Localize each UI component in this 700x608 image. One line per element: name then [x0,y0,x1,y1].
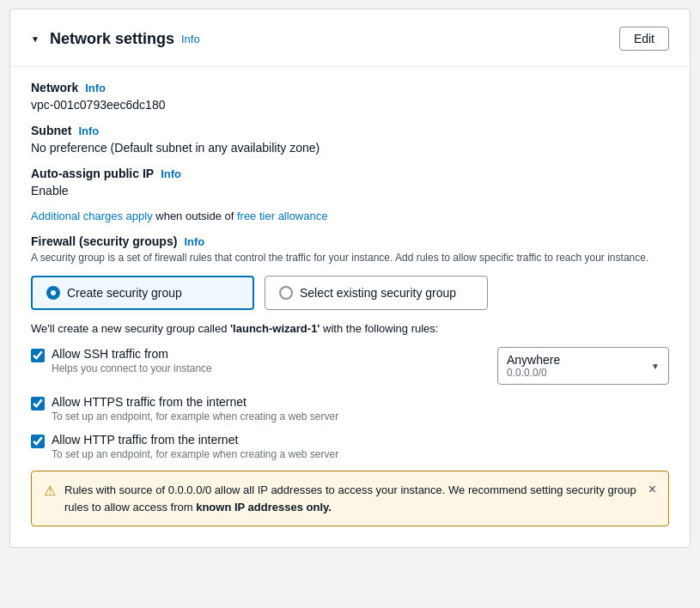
subnet-label: Subnet [31,124,71,137]
warning-close-button[interactable]: × [648,482,656,497]
create-radio-label: Create security group [67,286,182,300]
warning-icon: ⚠ [44,483,56,499]
subnet-field: Subnet Info No preference (Default subne… [31,124,669,155]
https-sublabel: To set up an endpoint, for example when … [52,410,669,423]
network-value: vpc-001c0793eec6dc180 [31,98,669,112]
https-checkbox-row: Allow HTTPS traffic from the internet To… [31,395,669,423]
new-sg-suffix: with the following rules: [320,322,438,335]
network-field: Network Info vpc-001c0793eec6dc180 [31,81,669,112]
charges-middle: when outside of [153,210,237,222]
auto-assign-label-row: Auto-assign public IP Info [31,167,669,180]
subnet-value: No preference (Default subnet in any ava… [31,141,669,155]
https-label: Allow HTTPS traffic from the internet [52,395,669,409]
select-existing-security-group-option[interactable]: Select existing security group [265,276,488,310]
ssh-checkbox[interactable] [31,349,45,362]
firewall-label: Firewall (security groups) [31,234,177,248]
create-radio-circle [46,286,60,300]
network-settings-panel: ▼ Network settings Info Edit Network Inf… [9,9,691,548]
ssh-dropdown-sub: 0.0.0.0/0 [507,367,648,379]
collapse-icon[interactable]: ▼ [31,34,40,44]
ssh-checkbox-row: Allow SSH traffic from Helps you connect… [31,347,669,385]
existing-radio-circle [279,286,293,300]
new-sg-prefix: We'll create a new security group called [31,322,230,335]
firewall-info-link[interactable]: Info [184,235,204,248]
dropdown-arrow-icon: ▼ [651,362,660,371]
auto-assign-info-link[interactable]: Info [161,167,181,180]
warning-box: ⚠ Rules with source of 0.0.0.0/0 allow a… [31,471,669,526]
network-label: Network [31,81,78,94]
ssh-dropdown-text: Anywhere 0.0.0.0/0 [507,353,648,379]
http-label: Allow HTTP traffic from the internet [52,433,669,447]
charges-notice: Additional charges apply when outside of… [31,210,669,222]
new-sg-name: 'launch-wizard-1' [230,322,320,335]
panel-title: Network settings [50,30,174,48]
warning-text: Rules with source of 0.0.0.0/0 allow all… [64,482,640,515]
https-checkbox[interactable] [31,397,45,410]
new-sg-notice: We'll create a new security group called… [31,322,669,335]
panel-header: ▼ Network settings Info Edit [31,27,669,51]
https-content: Allow HTTPS traffic from the internet To… [52,395,669,423]
subnet-label-row: Subnet Info [31,124,669,137]
ssh-label-group: Allow SSH traffic from Helps you connect… [52,347,490,374]
ssh-sublabel: Helps you connect to your instance [52,362,490,374]
security-group-radio-group: Create security group Select existing se… [31,276,669,310]
http-checkbox-row: Allow HTTP traffic from the internet To … [31,433,669,460]
auto-assign-field: Auto-assign public IP Info Enable [31,167,669,198]
auto-assign-label: Auto-assign public IP [31,167,154,180]
network-label-row: Network Info [31,81,669,94]
auto-assign-value: Enable [31,184,669,198]
ssh-label: Allow SSH traffic from [52,347,490,361]
panel-info-link[interactable]: Info [181,33,200,46]
firewall-description: A security group is a set of firewall ru… [31,252,669,264]
warning-text-regular: Rules with source of 0.0.0.0/0 allow all… [64,483,636,514]
subnet-info-link[interactable]: Info [78,125,99,137]
create-security-group-option[interactable]: Create security group [31,276,254,310]
http-sublabel: To set up an endpoint, for example when … [52,448,669,460]
edit-button[interactable]: Edit [619,27,669,51]
network-info-link[interactable]: Info [85,82,106,94]
firewall-field: Firewall (security groups) Info A securi… [31,234,669,264]
header-divider [10,66,690,67]
firewall-label-row: Firewall (security groups) Info [31,234,669,248]
panel-title-group: ▼ Network settings Info [31,30,200,48]
free-tier-link[interactable]: free tier allowance [237,210,328,222]
http-content: Allow HTTP traffic from the internet To … [52,433,669,460]
existing-radio-label: Select existing security group [300,286,456,300]
warning-text-bold: known IP addresses only. [196,501,332,514]
http-checkbox[interactable] [31,435,45,448]
ssh-dropdown-main: Anywhere [507,353,648,367]
ssh-source-dropdown[interactable]: Anywhere 0.0.0.0/0 ▼ [497,347,669,385]
charges-link[interactable]: Additional charges apply [31,210,153,222]
